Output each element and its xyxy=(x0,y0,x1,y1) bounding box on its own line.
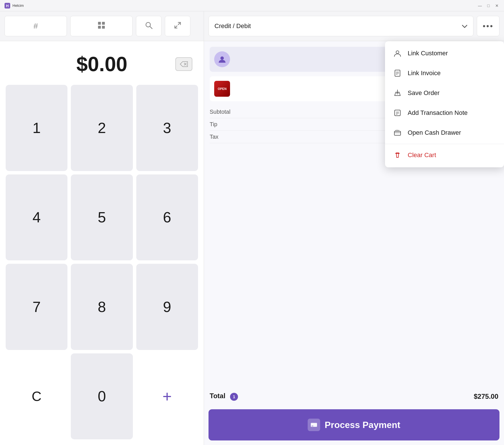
tax-label: Tax xyxy=(210,134,218,140)
key-9[interactable]: 9 xyxy=(136,264,198,350)
svg-rect-31 xyxy=(311,424,317,425)
svg-rect-20 xyxy=(395,110,400,116)
key-3[interactable]: 3 xyxy=(136,85,198,171)
link-invoice-label: Link Invoice xyxy=(408,69,441,77)
total-label: Total xyxy=(210,392,226,400)
payment-type-label: Credit / Debit xyxy=(214,22,251,30)
right-panel: Credit / Debit ••• xyxy=(204,11,504,445)
expand-icon xyxy=(174,21,182,31)
tip-label: Tip xyxy=(210,121,217,128)
process-payment-button[interactable]: Process Payment xyxy=(209,409,499,440)
key-5[interactable]: 5 xyxy=(71,174,133,261)
key-7[interactable]: 7 xyxy=(6,264,67,350)
open-cash-icon xyxy=(393,129,402,136)
left-toolbar: # xyxy=(0,11,204,41)
key-1[interactable]: 1 xyxy=(6,85,67,171)
cart-item-image-inner: OPEN xyxy=(214,81,230,97)
right-content: OPEN Subtotal Tip Tax $0.00 xyxy=(204,41,504,386)
process-payment-icon xyxy=(308,419,320,431)
menu-item-link-customer[interactable]: Link Customer xyxy=(385,43,504,63)
save-order-label: Save Order xyxy=(408,89,440,97)
link-customer-icon xyxy=(393,50,402,57)
add-note-icon xyxy=(393,109,402,117)
menu-item-save-order[interactable]: Save Order xyxy=(385,83,504,103)
add-note-label: Add Transaction Note xyxy=(408,109,468,117)
expand-button[interactable] xyxy=(165,16,190,36)
right-toolbar: Credit / Debit ••• xyxy=(204,11,504,41)
search-button[interactable] xyxy=(136,16,161,36)
svg-rect-24 xyxy=(394,131,401,135)
grid-button[interactable] xyxy=(70,16,133,36)
clear-cart-icon xyxy=(393,151,402,159)
process-payment-label: Process Payment xyxy=(325,420,400,430)
customer-avatar xyxy=(214,51,230,67)
svg-rect-3 xyxy=(102,22,105,25)
key-0[interactable]: 0 xyxy=(71,353,133,440)
menu-item-add-note[interactable]: Add Transaction Note xyxy=(385,103,504,123)
clear-cart-label: Clear Cart xyxy=(408,151,436,159)
grid-icon xyxy=(97,21,105,31)
open-cash-label: Open Cash Drawer xyxy=(408,129,461,136)
link-customer-label: Link Customer xyxy=(408,50,448,57)
svg-point-18 xyxy=(397,93,398,94)
total-value: $275.00 xyxy=(474,393,498,400)
backspace-button[interactable] xyxy=(175,57,192,71)
helcim-logo-icon: H xyxy=(5,3,10,9)
app-title: Helcim xyxy=(12,3,24,8)
menu-item-open-cash[interactable]: Open Cash Drawer xyxy=(385,123,504,143)
svg-point-12 xyxy=(220,56,224,60)
title-bar: H Helcim — □ ✕ xyxy=(0,0,504,11)
total-section: Total 1 $275.00 xyxy=(204,386,504,409)
key-6[interactable]: 6 xyxy=(136,174,198,261)
maximize-button[interactable]: □ xyxy=(486,3,491,8)
key-plus[interactable]: + xyxy=(136,353,198,440)
left-panel: # xyxy=(0,11,204,445)
subtotal-label: Subtotal xyxy=(210,109,230,115)
total-label-group: Total 1 xyxy=(210,392,238,401)
payment-type-dropdown[interactable]: Credit / Debit xyxy=(209,16,473,36)
key-8[interactable]: 8 xyxy=(71,264,133,350)
key-c[interactable]: C xyxy=(6,353,67,440)
app-container: # xyxy=(0,11,504,445)
numpad: 1 2 3 4 5 6 7 8 9 C 0 + xyxy=(0,81,204,445)
hash-button[interactable]: # xyxy=(5,16,67,36)
key-2[interactable]: 2 xyxy=(71,85,133,171)
minimize-button[interactable]: — xyxy=(477,3,482,8)
svg-rect-32 xyxy=(312,426,313,426)
svg-text:H: H xyxy=(6,4,8,8)
app-logo: H Helcim xyxy=(5,3,24,9)
save-order-icon xyxy=(393,89,402,97)
svg-rect-25 xyxy=(394,131,401,133)
svg-point-13 xyxy=(396,51,399,54)
key-4[interactable]: 4 xyxy=(6,174,67,261)
menu-item-link-invoice[interactable]: Link Invoice xyxy=(385,63,504,83)
svg-rect-4 xyxy=(98,26,101,29)
svg-rect-5 xyxy=(102,26,105,29)
window-controls: — □ ✕ xyxy=(477,3,499,8)
amount-display: $0.00 xyxy=(0,41,204,81)
cart-item-image: OPEN xyxy=(214,81,230,97)
search-icon xyxy=(145,21,153,31)
total-row: Total 1 $275.00 xyxy=(210,386,498,406)
svg-line-7 xyxy=(150,26,152,29)
hash-icon: # xyxy=(33,22,38,31)
menu-item-clear-cart[interactable]: Clear Cart xyxy=(385,145,504,165)
amount-value: $0.00 xyxy=(76,52,127,76)
more-dots-icon: ••• xyxy=(483,22,494,31)
dropdown-arrow-icon xyxy=(462,23,467,29)
link-invoice-icon xyxy=(393,69,402,77)
close-button[interactable]: ✕ xyxy=(494,3,499,8)
menu-divider xyxy=(385,144,504,144)
total-count-badge: 1 xyxy=(230,393,238,401)
more-options-button[interactable]: ••• xyxy=(477,16,499,36)
dropdown-menu: Link Customer Link Invoice xyxy=(385,41,504,167)
svg-rect-2 xyxy=(98,22,101,25)
